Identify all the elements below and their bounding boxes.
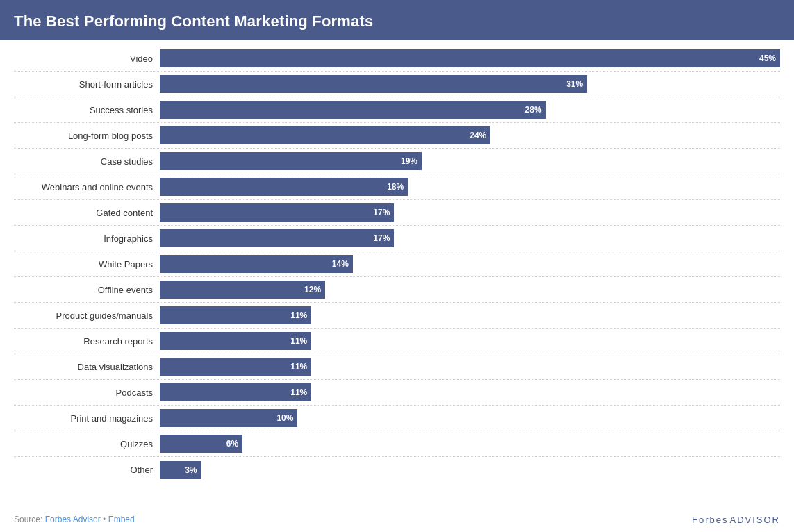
bar-fill: 14%: [160, 255, 353, 273]
bar-row: Gated content17%: [14, 200, 780, 226]
bar-label: White Papers: [14, 259, 160, 269]
bar-row: Short-form articles31%: [14, 72, 780, 97]
bar-track: 3%: [160, 461, 780, 479]
chart-header: The Best Performing Content Marketing Fo…: [0, 0, 794, 40]
separator: •: [101, 515, 108, 524]
source-label: Source:: [14, 515, 45, 524]
bar-row: Research reports11%: [14, 329, 780, 354]
bar-fill: 17%: [160, 203, 394, 222]
bar-label: Success stories: [14, 105, 160, 115]
bar-fill: 3%: [160, 461, 201, 479]
bar-label: Webinars and online events: [14, 182, 160, 192]
bar-fill: 45%: [160, 49, 780, 67]
bar-value: 6%: [226, 439, 238, 449]
bar-label: Print and magazines: [14, 413, 160, 424]
bar-value: 10%: [276, 413, 293, 423]
bar-row: Other3%: [14, 457, 780, 483]
bar-row: Video45%: [14, 46, 780, 72]
bar-row: Product guides/manuals11%: [14, 303, 780, 329]
bar-value: 17%: [373, 233, 390, 243]
forbes-logo: ForbesADVISOR: [690, 513, 780, 525]
bar-row: Long-form blog posts24%: [14, 123, 780, 149]
chart-footer: Source: Forbes Advisor • Embed ForbesADV…: [0, 506, 794, 532]
bar-value: 18%: [387, 182, 404, 192]
bar-row: Quizzes6%: [14, 431, 780, 457]
bar-track: 45%: [160, 49, 780, 67]
bar-value: 3%: [185, 465, 197, 475]
bar-row: Success stories28%: [14, 97, 780, 123]
bar-fill: 19%: [160, 152, 422, 170]
bar-value: 12%: [304, 285, 321, 294]
bar-label: Other: [14, 465, 160, 475]
bar-label: Short-form articles: [14, 79, 160, 90]
bar-value: 19%: [401, 156, 417, 166]
bar-row: Offline events12%: [14, 277, 780, 303]
bar-fill: 11%: [160, 306, 311, 324]
brand-name: Forbes: [692, 515, 728, 525]
bar-fill: 11%: [160, 383, 311, 401]
bar-fill: 11%: [160, 358, 311, 376]
bar-track: 12%: [160, 281, 780, 299]
bar-row: Case studies19%: [14, 149, 780, 174]
bar-row: Webinars and online events18%: [14, 174, 780, 200]
chart-title: The Best Performing Content Marketing Fo…: [14, 13, 780, 31]
bar-label: Case studies: [14, 156, 160, 167]
bar-fill: 11%: [160, 332, 311, 350]
bar-label: Gated content: [14, 208, 160, 218]
bar-track: 31%: [160, 75, 780, 93]
bar-label: Data visualizations: [14, 362, 160, 372]
bar-label: Infographics: [14, 233, 160, 244]
bar-label: Video: [14, 53, 160, 64]
bar-value: 24%: [470, 131, 486, 140]
bar-label: Long-form blog posts: [14, 131, 160, 141]
bar-fill: 10%: [160, 409, 297, 427]
bar-track: 10%: [160, 409, 780, 427]
bar-fill: 12%: [160, 281, 325, 299]
bar-fill: 17%: [160, 229, 394, 247]
bar-label: Offline events: [14, 285, 160, 295]
bar-track: 14%: [160, 255, 780, 273]
bar-track: 6%: [160, 435, 780, 453]
bar-fill: 28%: [160, 101, 546, 119]
chart-container: The Best Performing Content Marketing Fo…: [0, 0, 794, 532]
bar-track: 24%: [160, 126, 780, 144]
bar-value: 17%: [373, 208, 390, 217]
bar-row: Print and magazines10%: [14, 406, 780, 431]
bar-row: Infographics17%: [14, 226, 780, 251]
bar-value: 31%: [566, 79, 583, 89]
bar-fill: 6%: [160, 435, 242, 453]
bar-label: Podcasts: [14, 388, 160, 398]
bar-fill: 31%: [160, 75, 587, 93]
bar-row: Data visualizations11%: [14, 354, 780, 380]
bar-label: Product guides/manuals: [14, 310, 160, 321]
bar-track: 11%: [160, 383, 780, 401]
bar-label: Quizzes: [14, 439, 160, 449]
bar-value: 14%: [332, 259, 349, 269]
bar-track: 11%: [160, 306, 780, 324]
bar-track: 11%: [160, 358, 780, 376]
bar-fill: 18%: [160, 178, 408, 196]
bar-track: 17%: [160, 229, 780, 247]
bar-row: Podcasts11%: [14, 380, 780, 406]
bar-label: Research reports: [14, 336, 160, 347]
source-link[interactable]: Forbes Advisor: [45, 515, 101, 524]
bar-value: 11%: [290, 362, 307, 372]
bar-value: 45%: [759, 53, 776, 63]
source-text: Source: Forbes Advisor • Embed: [14, 515, 135, 524]
bar-fill: 24%: [160, 126, 490, 144]
bar-track: 28%: [160, 101, 780, 119]
chart-body: Video45%Short-form articles31%Success st…: [0, 40, 794, 506]
bar-track: 17%: [160, 203, 780, 222]
bar-value: 11%: [290, 310, 307, 320]
bar-value: 28%: [525, 105, 542, 115]
bar-value: 11%: [290, 336, 307, 346]
bar-track: 19%: [160, 152, 780, 170]
brand-suffix: ADVISOR: [729, 515, 780, 525]
embed-link[interactable]: Embed: [108, 515, 135, 524]
bar-row: White Papers14%: [14, 251, 780, 277]
bar-track: 18%: [160, 178, 780, 196]
bar-track: 11%: [160, 332, 780, 350]
bar-value: 11%: [290, 388, 307, 397]
